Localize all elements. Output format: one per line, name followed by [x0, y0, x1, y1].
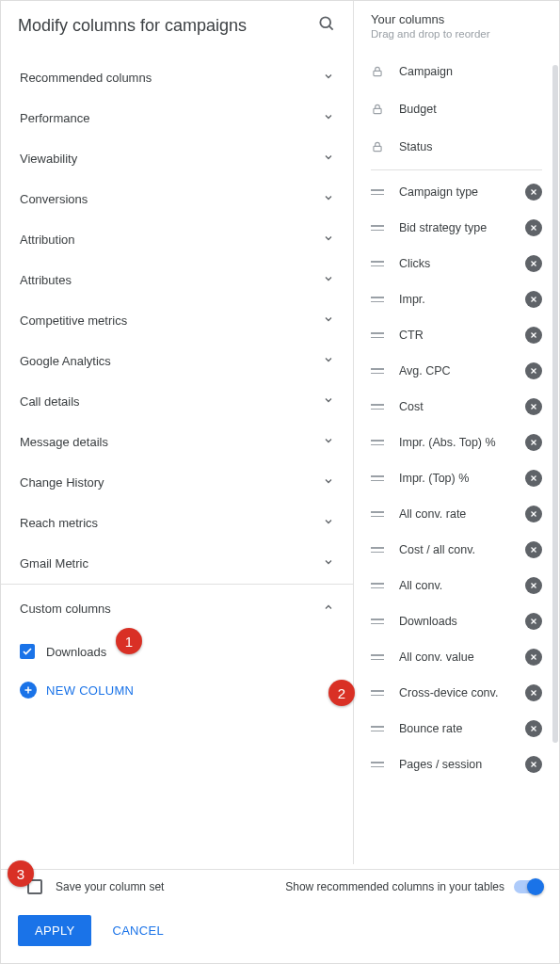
category-row[interactable]: Google Analytics [1, 341, 353, 381]
search-icon[interactable] [317, 14, 336, 37]
remove-column-button[interactable] [525, 720, 542, 737]
apply-button[interactable]: APPLY [18, 915, 91, 946]
locked-column: Status [354, 128, 559, 166]
category-list: Recommended columns Performance Viewabil… [1, 57, 353, 864]
remove-column-button[interactable] [525, 327, 542, 344]
category-row[interactable]: Reach metrics [1, 503, 353, 543]
column-item[interactable]: Impr. (Abs. Top) % [354, 425, 559, 460]
custom-column-item[interactable]: Downloads [20, 636, 334, 667]
category-row[interactable]: Performance [1, 98, 353, 138]
drag-handle-icon[interactable] [371, 368, 384, 374]
remove-column-button[interactable] [525, 613, 542, 630]
chevron-down-icon [323, 516, 334, 530]
remove-column-button[interactable] [525, 255, 542, 272]
drag-handle-icon[interactable] [371, 440, 384, 445]
remove-column-button[interactable] [525, 398, 542, 415]
category-label: Performance [20, 111, 89, 125]
category-custom-columns[interactable]: Custom columns [1, 584, 353, 629]
remove-column-button[interactable] [525, 219, 542, 236]
column-item[interactable]: All conv. [354, 568, 559, 603]
drag-handle-icon[interactable] [371, 511, 384, 517]
column-item[interactable]: All conv. value [354, 639, 559, 675]
annotation-marker-2: 2 [328, 680, 355, 706]
column-item[interactable]: All conv. rate [354, 496, 559, 532]
column-item[interactable]: Avg. CPC [354, 353, 559, 389]
column-label: Impr. [399, 293, 510, 306]
drag-handle-icon[interactable] [371, 225, 384, 231]
remove-column-button[interactable] [525, 291, 542, 308]
category-row[interactable]: Attribution [1, 219, 353, 260]
category-row[interactable]: Competitive metrics [1, 300, 353, 341]
your-columns-title: Your columns [371, 12, 542, 26]
column-item[interactable]: Bid strategy type [354, 210, 559, 246]
checkbox-checked[interactable] [20, 644, 35, 659]
column-item[interactable]: Cost / all conv. [354, 532, 559, 568]
new-column-button[interactable]: NEW COLUMN [20, 667, 334, 704]
remove-column-button[interactable] [525, 756, 542, 773]
chevron-down-icon [323, 233, 334, 247]
drag-handle-icon[interactable] [371, 726, 384, 731]
column-item[interactable]: Campaign type [354, 174, 559, 210]
footer: Save your column set Show recommended co… [1, 869, 559, 963]
chevron-up-icon [323, 602, 334, 616]
drag-handle-icon[interactable] [371, 547, 384, 553]
scrollbar[interactable] [552, 65, 558, 743]
remove-column-button[interactable] [525, 541, 542, 558]
category-label: Call details [20, 394, 80, 409]
category-row[interactable]: Conversions [1, 179, 353, 219]
remove-column-button[interactable] [525, 684, 542, 701]
annotation-marker-3: 3 [8, 860, 34, 887]
remove-column-button[interactable] [525, 362, 542, 379]
locked-column: Campaign [354, 53, 559, 90]
cancel-button[interactable]: CANCEL [99, 915, 177, 946]
category-row[interactable]: Recommended columns [1, 57, 353, 98]
drag-handle-icon[interactable] [371, 762, 384, 767]
drag-handle-icon[interactable] [371, 619, 384, 624]
recommended-toggle[interactable] [514, 880, 542, 893]
category-label: Attribution [20, 233, 75, 247]
column-label: Bid strategy type [399, 221, 510, 234]
drag-handle-icon[interactable] [371, 690, 384, 696]
drag-handle-icon[interactable] [371, 261, 384, 266]
category-row[interactable]: Viewability [1, 138, 353, 179]
category-row[interactable]: Gmail Metric [1, 543, 353, 584]
drag-handle-icon[interactable] [371, 404, 384, 410]
chevron-down-icon [323, 313, 334, 328]
drag-handle-icon[interactable] [371, 475, 384, 481]
plus-icon [20, 682, 37, 699]
drag-handle-icon[interactable] [371, 332, 384, 338]
chevron-down-icon [323, 556, 334, 570]
category-row[interactable]: Call details [1, 381, 353, 422]
custom-column-label: Downloads [46, 645, 106, 659]
column-item[interactable]: Clicks [354, 246, 559, 281]
column-item[interactable]: CTR [354, 317, 559, 353]
save-column-set[interactable]: Save your column set [27, 879, 164, 894]
column-item[interactable]: Bounce rate [354, 711, 559, 747]
column-item[interactable]: Pages / session [354, 747, 559, 782]
remove-column-button[interactable] [525, 470, 542, 487]
column-item[interactable]: Cost [354, 389, 559, 425]
drag-handle-icon[interactable] [371, 297, 384, 302]
drag-handle-icon[interactable] [371, 654, 384, 660]
remove-column-button[interactable] [525, 649, 542, 666]
column-item[interactable]: Downloads [354, 603, 559, 639]
drag-handle-icon[interactable] [371, 189, 384, 195]
column-item[interactable]: Impr. (Top) % [354, 460, 559, 496]
remove-column-button[interactable] [525, 184, 542, 201]
remove-column-button[interactable] [525, 434, 542, 451]
chevron-down-icon [323, 111, 334, 125]
custom-columns-content: Downloads NEW COLUMN [1, 629, 353, 721]
category-row[interactable]: Change History [1, 462, 353, 503]
column-label: Cost / all conv. [399, 543, 510, 556]
column-label: Campaign [399, 65, 542, 78]
remove-column-button[interactable] [525, 577, 542, 594]
drag-handle-icon[interactable] [371, 583, 384, 588]
category-row[interactable]: Attributes [1, 260, 353, 300]
remove-column-button[interactable] [525, 506, 542, 522]
category-row[interactable]: Message details [1, 422, 353, 462]
column-item[interactable]: Cross-device conv. [354, 675, 559, 711]
column-label: CTR [399, 329, 510, 342]
chevron-down-icon [323, 475, 334, 490]
column-item[interactable]: Impr. [354, 281, 559, 317]
column-label: All conv. [399, 579, 510, 592]
